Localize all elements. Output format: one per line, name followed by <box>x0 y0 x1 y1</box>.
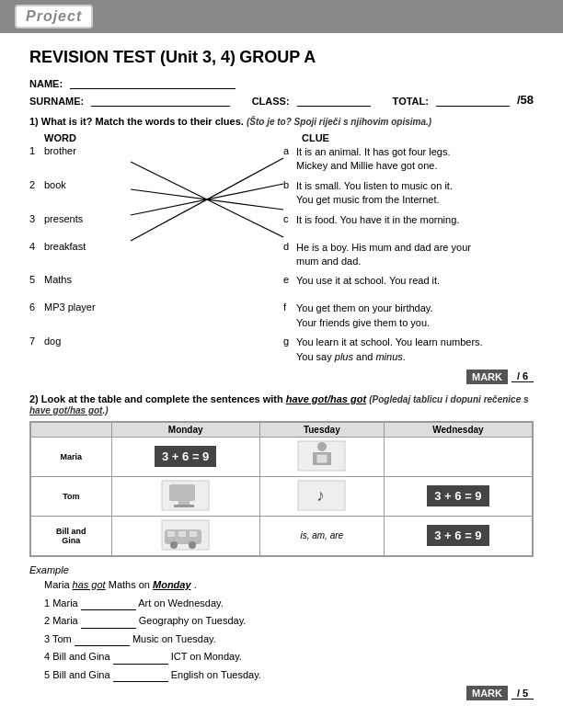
cell-billandgina-tuesday: is, am, are <box>259 516 384 555</box>
svg-text:♪: ♪ <box>316 486 325 505</box>
blank-4[interactable] <box>113 653 168 665</box>
match-header: WORD CLUE <box>29 132 534 143</box>
total-field <box>436 94 510 107</box>
svg-point-5 <box>317 442 327 451</box>
svg-rect-9 <box>169 484 195 501</box>
question-2: 2) Look at the table and complete the se… <box>29 393 534 701</box>
cell-tom-monday <box>111 476 259 516</box>
question-1: 1) What is it? Match the words to their … <box>29 116 534 384</box>
class-label: CLASS: <box>252 96 290 107</box>
name-line: NAME: <box>29 76 534 89</box>
svg-rect-19 <box>178 531 186 537</box>
svg-rect-20 <box>190 531 197 537</box>
person-tom: Tom <box>31 476 112 516</box>
match-row: 3 presents c It is food. You have it in … <box>29 213 534 235</box>
list-item: Tom Music on Tuesday. <box>44 631 534 647</box>
name-label: NAME: <box>29 78 63 89</box>
sentence-list: Maria Art on Wednesday. Maria Geography … <box>44 596 534 683</box>
list-item: Maria Art on Wednesday. <box>44 596 534 611</box>
svg-point-16 <box>170 541 178 549</box>
cell-maria-monday: 3 + 6 = 9 <box>111 437 259 476</box>
match-row: 2 book b It is small. You listen to musi… <box>29 179 534 208</box>
svg-rect-11 <box>174 505 194 507</box>
match-row: 6 MP3 player f You get them on your birt… <box>29 301 534 330</box>
blank-5[interactable] <box>113 670 168 682</box>
name-field[interactable] <box>70 76 236 89</box>
person-maria: Maria <box>31 437 112 476</box>
q2-number: 2) <box>29 393 39 404</box>
schedule-table: Monday Tuesday Wednesday Maria 3 + 6 = 9 <box>29 421 534 557</box>
table-row: Tom <box>31 476 533 516</box>
test-title: REVISION TEST (Unit 3, 4) GROUP A <box>29 48 534 67</box>
class-field[interactable] <box>297 94 371 107</box>
surname-label: SURNAME: <box>29 96 84 107</box>
surname-line: SURNAME: CLASS: TOTAL: /58 <box>29 93 534 107</box>
cell-maria-wednesday <box>384 437 532 476</box>
table-row: Maria 3 + 6 = 9 <box>31 437 533 476</box>
header-bar: Project <box>0 0 563 33</box>
person-billandgina: Bill andGina <box>31 516 112 555</box>
word-header: WORD <box>44 132 155 143</box>
blank-3[interactable] <box>75 634 130 646</box>
project-logo: Project <box>15 5 93 28</box>
list-item: Maria Geography on Tuesday. <box>44 613 534 629</box>
surname-field[interactable] <box>91 94 229 107</box>
q1-mark-score: / 6 <box>511 370 534 382</box>
q2-have-got: have got/has got <box>286 393 366 404</box>
cell-billandgina-wednesday: 3 + 6 = 9 <box>384 516 532 555</box>
table-header-wednesday: Wednesday <box>384 422 532 437</box>
svg-rect-7 <box>316 454 327 463</box>
q2-mark-row: MARK / 5 <box>29 686 534 700</box>
mark-label: MARK <box>466 686 508 700</box>
mark-label: MARK <box>466 370 508 384</box>
list-item: Bill and Gina English on Tuesday. <box>44 667 534 683</box>
total-label: TOTAL: <box>393 96 429 107</box>
list-item: Bill and Gina ICT on Monday. <box>44 649 534 665</box>
example-sentence: Maria has got Maths on Monday . <box>29 579 534 590</box>
match-row: 1 brother a It is an animal. It has got … <box>29 145 534 174</box>
match-row: 5 Maths e You use it at school. You read… <box>29 274 534 296</box>
cell-tom-wednesday: 3 + 6 = 9 <box>384 476 532 516</box>
svg-rect-10 <box>178 501 190 505</box>
q1-number: 1) <box>29 116 39 127</box>
clue-header: CLUE <box>302 132 329 143</box>
total-score: /58 <box>517 93 534 107</box>
maths-word: Maths <box>44 274 136 285</box>
q1-instruction: What is it? Match the words to their clu… <box>41 116 244 127</box>
q2-mark-score: / 5 <box>511 688 534 700</box>
svg-point-17 <box>189 541 196 549</box>
table-header-person <box>31 422 112 437</box>
q2-instruction: Look at the table and complete the sente… <box>41 393 286 404</box>
q1-instruction-native: (Što je to? Spoji riječi s njihovim opis… <box>247 117 431 127</box>
cell-tom-tuesday: ♪ <box>259 476 384 516</box>
table-header-monday: Monday <box>111 422 259 437</box>
table-row: Bill andGina <box>31 516 533 555</box>
blank-1[interactable] <box>81 598 136 610</box>
q1-mark-row: MARK / 6 <box>29 370 534 384</box>
svg-rect-18 <box>167 531 175 537</box>
match-row: 4 breakfast d He is a boy. His mum and d… <box>29 241 534 269</box>
cell-billandgina-monday <box>111 516 259 555</box>
match-row: 7 dog g You learn it at school. You lear… <box>29 336 534 364</box>
example-label: Example <box>29 564 534 575</box>
blank-2[interactable] <box>81 617 136 629</box>
cell-maria-tuesday <box>259 437 384 476</box>
match-table: WORD CLUE 1 brother a It is an animal. I… <box>29 132 534 364</box>
table-header-tuesday: Tuesday <box>259 422 384 437</box>
